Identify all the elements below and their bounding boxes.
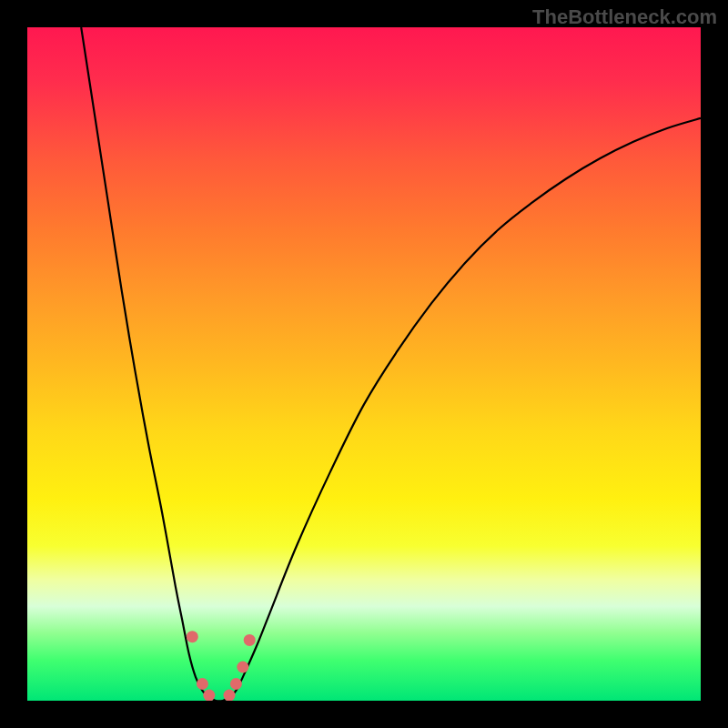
data-marker [203, 690, 215, 701]
chart-plot-area [27, 27, 701, 701]
marker-group [187, 631, 256, 701]
data-marker [230, 678, 242, 690]
curve-group [81, 27, 701, 701]
data-marker [237, 662, 248, 673]
data-marker [197, 678, 208, 690]
curve-right-branch [229, 118, 701, 697]
data-marker [224, 690, 236, 701]
data-marker [187, 631, 198, 642]
chart-svg [27, 27, 701, 701]
curve-left-branch [81, 27, 209, 697]
data-marker [244, 634, 256, 646]
watermark-text: TheBottleneck.com [532, 5, 717, 29]
